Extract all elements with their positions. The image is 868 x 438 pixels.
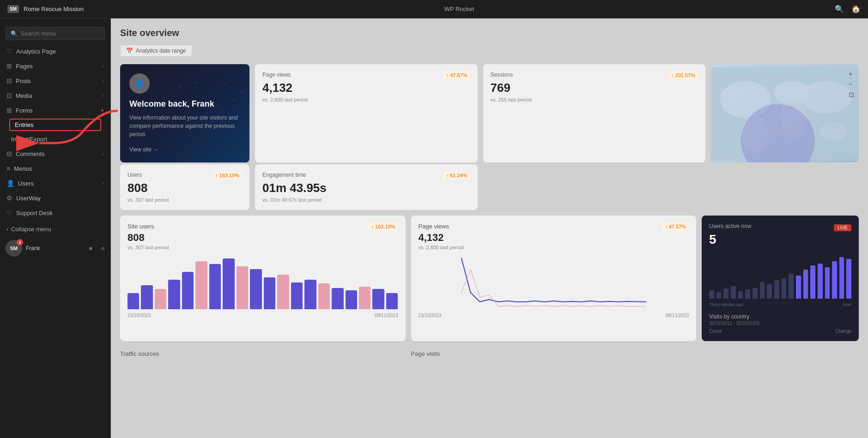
sidebar-item-posts[interactable]: ⊟ Posts › xyxy=(0,73,110,88)
bar-item xyxy=(250,269,261,309)
bar-item xyxy=(332,288,343,309)
search-menu[interactable]: 🔍 Search menu xyxy=(6,27,105,40)
visits-date-range: 2023/10/11 - 2023/31/08 xyxy=(709,321,851,326)
active-bar-item xyxy=(774,280,779,299)
map-zoom-controls[interactable]: +−⊡ xyxy=(849,69,854,100)
bar-item xyxy=(127,293,139,309)
search-icon: 🔍 xyxy=(11,30,18,37)
stat-value-engagement: 01m 43.95s xyxy=(262,181,470,195)
bar-item xyxy=(237,266,248,309)
sidebar-item-entries[interactable]: Entries xyxy=(9,119,101,131)
active-bar-item xyxy=(832,261,837,299)
stat-value-sessions: 769 xyxy=(491,81,698,95)
active-bar-item xyxy=(716,292,722,299)
chart-vs-pageviews: vs. 2,800 last period xyxy=(419,245,464,250)
toggle-theme[interactable]: ⏺ xyxy=(88,246,93,251)
stat-vs-engagement: vs. 02m 49.67s last period xyxy=(262,197,470,203)
sidebar-item-comments[interactable]: ⊟ Comments › xyxy=(0,146,110,161)
map-background: +−⊡ xyxy=(711,64,859,162)
active-bar-item xyxy=(818,264,823,299)
home-icon[interactable]: 🏠 xyxy=(851,5,861,13)
sidebar-item-userway[interactable]: ⚙ UserWay xyxy=(0,191,110,205)
svg-point-12 xyxy=(237,114,238,116)
stat-card-pageviews: Page views ↑ 47.57% 4,132 vs. 2,800 last… xyxy=(255,64,478,162)
site-logo: SM xyxy=(7,5,19,13)
bar-item xyxy=(223,258,234,309)
bar-item xyxy=(182,272,194,309)
stat-vs-sessions: vs. 255 last period xyxy=(491,97,698,102)
svg-point-8 xyxy=(233,99,235,100)
sidebar-item-menus[interactable]: ≡ Menus xyxy=(0,161,110,176)
stat-vs-pageviews: vs. 2,800 last period xyxy=(262,97,470,102)
topbar-left: SM Rome Rescue Mission xyxy=(7,5,84,13)
visits-col-change: Change xyxy=(835,329,851,334)
active-bar-item xyxy=(753,288,758,299)
sidebar-item-pages[interactable]: ⊞ Pages › xyxy=(0,59,110,73)
stat-value-pageviews: 4,132 xyxy=(262,81,470,95)
stat-card-users: Users ↑ 163.19% 808 vs. 307 last period xyxy=(120,164,249,210)
date-range-button[interactable]: 📅 Analytics date range xyxy=(120,45,192,57)
entries-label: Entries xyxy=(15,121,33,128)
sidebar-item-analytics[interactable]: ♡ Analytics Page xyxy=(0,44,110,59)
bar-item xyxy=(291,282,303,309)
main-content: Site overview 📅 Analytics date range xyxy=(111,18,868,438)
live-button[interactable]: LIVE xyxy=(834,224,851,231)
stat-label: Engagement time xyxy=(262,172,306,178)
sidebar: 🔍 Search menu ♡ Analytics Page ⊞ Pages ›… xyxy=(0,18,111,438)
view-site-link[interactable]: View site → xyxy=(129,146,158,153)
search-menu-label: Search menu xyxy=(20,30,56,37)
user-profile-row[interactable]: SM 8 Frank ⏺ ⊕ xyxy=(0,236,110,260)
svg-line-19 xyxy=(188,102,207,113)
sidebar-posts-label: Posts xyxy=(16,78,31,84)
bar-item xyxy=(318,283,330,309)
sidebar-item-support[interactable]: ♡ Support Desk xyxy=(0,205,110,220)
stat-label: Page views xyxy=(262,72,291,78)
stat-badge-users: ↑ 163.19% xyxy=(212,172,242,179)
bottom-labels: Traffic sources Page visits xyxy=(120,347,859,361)
svg-line-13 xyxy=(180,82,195,86)
add-user-icon[interactable]: ⊕ xyxy=(101,246,105,252)
line-chart-pageviews xyxy=(419,256,689,311)
time-labels: Thirty minutes ago Now xyxy=(709,302,851,307)
stat-vs-users: vs. 307 last period xyxy=(127,197,242,203)
sidebar-media-label: Media xyxy=(16,92,32,99)
topbar-actions: 🔍 🏠 xyxy=(835,5,861,13)
bar-item xyxy=(346,290,357,309)
active-bar-item xyxy=(745,289,750,299)
sidebar-item-users[interactable]: 👤 Users › xyxy=(0,176,110,191)
plugin-name: WP Rocket xyxy=(444,6,474,12)
sidebar-item-media[interactable]: ⊡ Media › xyxy=(0,88,110,103)
collapse-menu[interactable]: ‹ Collapse menu xyxy=(0,222,110,236)
chevron-icon: › xyxy=(102,180,104,186)
active-bar-item xyxy=(803,270,808,299)
calendar-icon: 📅 xyxy=(126,48,133,54)
sidebar-item-forms[interactable]: ⊞ Forms ▾ xyxy=(0,103,110,118)
chart-title-pageviews: Page views xyxy=(419,223,464,230)
stat-label: Users xyxy=(127,172,142,178)
search-icon[interactable]: 🔍 xyxy=(835,5,844,13)
stat-badge-engagement: ↑ 61.24% xyxy=(443,172,470,179)
chevron-icon: › xyxy=(102,63,104,69)
chevron-icon: › xyxy=(102,78,104,84)
stat-badge-sessions: ↑ 201.57% xyxy=(668,72,698,79)
active-value: 5 xyxy=(709,232,851,247)
entries-container: Entries xyxy=(4,119,107,131)
traffic-sources-label: Traffic sources xyxy=(120,347,406,361)
active-users-card: Users active now LIVE 5 Thirty minutes a… xyxy=(702,216,859,341)
active-bar-item xyxy=(810,265,815,299)
support-icon: ♡ xyxy=(6,209,12,216)
collapse-icon: ‹ xyxy=(6,226,8,233)
active-bar-item xyxy=(846,259,851,299)
page-visits-label: Page visits xyxy=(411,347,697,361)
sidebar-item-import-export[interactable]: Import/Export xyxy=(0,132,110,146)
bar-item xyxy=(386,293,398,309)
chart-title-users: Site users xyxy=(127,223,169,230)
userway-icon: ⚙ xyxy=(6,194,12,202)
svg-point-25 xyxy=(801,81,852,114)
active-bar-item xyxy=(760,282,765,299)
stats-row: 👤 Welcome back, Frank View information a… xyxy=(120,64,859,162)
map-card: +−⊡ xyxy=(711,64,859,162)
chart-badge-users: ↑ 163.19% xyxy=(369,223,398,230)
users-icon: 👤 xyxy=(6,180,14,187)
sidebar-users-label: Users xyxy=(18,180,34,187)
